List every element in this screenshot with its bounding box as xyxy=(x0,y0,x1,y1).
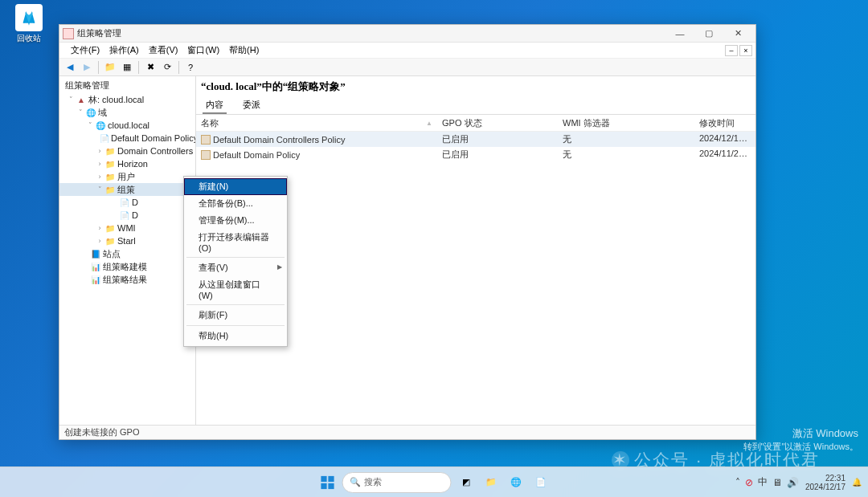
help-toolbar-button[interactable]: ? xyxy=(183,60,198,75)
svg-rect-0 xyxy=(321,475,326,481)
col-wmi[interactable]: WMI 筛选器 xyxy=(558,116,694,131)
tree-gpo[interactable]: 组策 xyxy=(117,184,135,196)
ctx-backup-all[interactable]: 全部备份(B)... xyxy=(184,195,287,212)
menu-window[interactable]: 窗口(W) xyxy=(182,43,224,58)
tree-wmi[interactable]: WMI xyxy=(117,222,136,234)
statusbar: 创建未链接的 GPO xyxy=(59,425,755,439)
taskbar-clock[interactable]: 22:31 2024/12/17 xyxy=(805,474,845,491)
system-tray[interactable]: ˄ ⊘ 中 🖥 🔊 xyxy=(735,475,799,489)
svg-rect-1 xyxy=(328,475,334,481)
maximize-button[interactable]: ▢ xyxy=(694,26,723,42)
gpmc-taskbar-icon[interactable]: 📄 xyxy=(530,472,551,493)
close-button[interactable]: ✕ xyxy=(723,26,752,42)
policy-icon xyxy=(201,135,211,145)
gpo-row[interactable]: Default Domain Controllers Policy 已启用 无 … xyxy=(196,132,755,147)
ctx-refresh[interactable]: 刷新(F) xyxy=(184,307,287,324)
tree-results[interactable]: 组策略结果 xyxy=(103,274,147,286)
ctx-new-window[interactable]: 从这里创建窗口(W) xyxy=(184,276,287,303)
back-button[interactable]: ◀ xyxy=(63,60,77,75)
start-button[interactable] xyxy=(317,472,338,493)
ctx-new[interactable]: 新建(N) xyxy=(184,178,287,195)
restore-button[interactable]: – xyxy=(725,45,738,56)
menu-view[interactable]: 查看(V) xyxy=(144,43,183,58)
tree-domain[interactable]: cloud.local xyxy=(108,120,149,132)
security-icon[interactable]: ⊘ xyxy=(745,477,753,488)
taskbar: 🔍 搜索 ◩ 📁 🌐 📄 ˄ ⊘ 中 🖥 🔊 22:31 2024/12/17 … xyxy=(0,466,868,497)
tree-sites[interactable]: 站点 xyxy=(103,248,121,260)
recycle-bin[interactable]: 回收站 xyxy=(10,4,48,44)
content-title: “cloud. local”中的“组策略对象” xyxy=(196,76,755,97)
forward-button[interactable]: ▶ xyxy=(80,60,94,75)
menu-help[interactable]: 帮助(H) xyxy=(224,43,264,58)
ctx-view[interactable]: 查看(V) xyxy=(184,259,287,276)
volume-icon[interactable]: 🔊 xyxy=(787,477,799,488)
notification-icon[interactable]: 🔔 xyxy=(852,478,862,487)
refresh-toolbar-button[interactable]: ⟳ xyxy=(160,60,174,75)
search-icon: 🔍 xyxy=(350,477,361,487)
context-menu: 新建(N) 全部备份(B)... 管理备份(M)... 打开迁移表编辑器(O) … xyxy=(183,176,288,347)
tree-modeling[interactable]: 组策略建模 xyxy=(103,261,147,273)
window-title: 组策略管理 xyxy=(77,27,665,39)
tree-forest[interactable]: 林: cloud.local xyxy=(88,94,144,106)
tree-domains[interactable]: 域 xyxy=(98,107,107,119)
recycle-bin-icon xyxy=(15,4,43,31)
menubar: 文件(F) 操作(A) 查看(V) 窗口(W) 帮助(H) – × xyxy=(59,43,755,59)
ime-icon[interactable]: 中 xyxy=(758,475,768,489)
explorer-icon[interactable]: 📁 xyxy=(481,472,502,493)
svg-rect-2 xyxy=(321,483,326,488)
app-icon xyxy=(63,28,74,39)
chevron-up-icon[interactable]: ˄ xyxy=(735,477,740,488)
network-icon[interactable]: 🖥 xyxy=(772,477,782,488)
task-view-button[interactable]: ◩ xyxy=(456,472,477,493)
titlebar[interactable]: 组策略管理 — ▢ ✕ xyxy=(59,25,755,43)
toolbar: ◀ ▶ 📁 ▦ ✖ ⟳ ? xyxy=(59,59,755,76)
tree-dc[interactable]: Domain Controllers xyxy=(117,145,193,157)
tree-root-label: 组策略管理 xyxy=(65,79,109,92)
edge-icon[interactable]: 🌐 xyxy=(506,472,526,493)
gpo-row[interactable]: Default Domain Policy 已启用 无 2024/11/25 1… xyxy=(196,147,755,162)
tree-users[interactable]: 用户 xyxy=(117,171,135,183)
ctx-manage-backup[interactable]: 管理备份(M)... xyxy=(184,212,287,229)
minimize-button[interactable]: — xyxy=(665,26,694,42)
col-status[interactable]: GPO 状态 xyxy=(437,116,558,131)
menu-action[interactable]: 操作(A) xyxy=(104,43,144,58)
col-name[interactable]: 名称▲ xyxy=(196,116,437,131)
svg-rect-3 xyxy=(328,483,334,488)
gpmc-window: 组策略管理 — ▢ ✕ 文件(F) 操作(A) 查看(V) 窗口(W) 帮助(H… xyxy=(59,24,756,440)
tree-horizon[interactable]: Horizon xyxy=(117,158,148,170)
ctx-open-migration[interactable]: 打开迁移表编辑器(O) xyxy=(184,229,287,255)
policy-icon xyxy=(201,150,211,160)
tree-gpo-d1[interactable]: D xyxy=(132,197,138,209)
ctx-help[interactable]: 帮助(H) xyxy=(184,328,287,344)
delete-button[interactable]: ✖ xyxy=(143,60,158,75)
tree-ddp[interactable]: Default Domain Policy xyxy=(111,132,196,145)
tab-delegate[interactable]: 委派 xyxy=(240,97,264,114)
properties-button[interactable]: ▦ xyxy=(120,60,134,75)
recycle-bin-label: 回收站 xyxy=(17,34,41,43)
col-modified[interactable]: 修改时间 xyxy=(694,116,755,131)
tree-gpo-d2[interactable]: D xyxy=(132,210,138,222)
taskbar-search[interactable]: 🔍 搜索 xyxy=(342,472,452,493)
tree-panel[interactable]: 组策略管理 ˅▲林: cloud.local ˅🌐域 ˅🌐cloud.local… xyxy=(59,76,196,425)
up-button[interactable]: 📁 xyxy=(103,60,117,75)
menu-file[interactable]: 文件(F) xyxy=(66,43,104,58)
tab-content[interactable]: 内容 xyxy=(203,97,227,114)
tree-starter[interactable]: Starl xyxy=(117,235,136,247)
mdi-close-button[interactable]: × xyxy=(739,45,752,56)
